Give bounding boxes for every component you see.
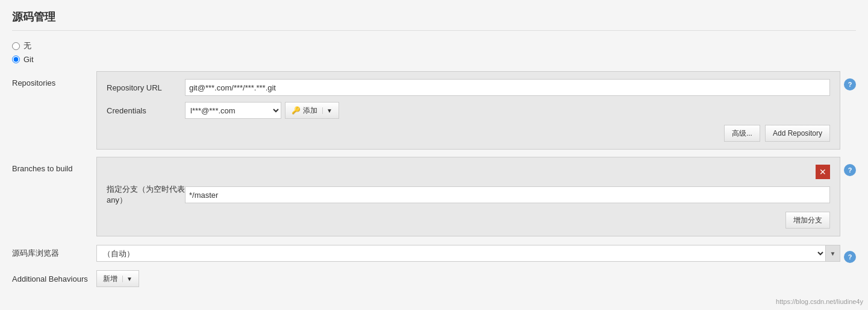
radio-none-label[interactable]: 无	[23, 40, 31, 51]
repositories-footer: 高级... Add Repository	[107, 125, 830, 142]
credentials-row: Credentials l***@***.com 🔑 添加 ▼	[107, 102, 830, 119]
add-button-label: 添加	[303, 106, 317, 116]
repo-url-input[interactable]	[185, 79, 830, 96]
additional-label: Additional Behaviours	[12, 274, 96, 283]
source-browser-help-icon[interactable]: ?	[844, 251, 856, 263]
branch-input-wrapper	[185, 186, 830, 203]
credentials-controls: l***@***.com 🔑 添加 ▼	[185, 102, 830, 119]
radio-group: 无 Git	[12, 40, 856, 64]
radio-none: 无	[12, 40, 856, 51]
add-branch-button[interactable]: 增加分支	[785, 212, 830, 229]
advanced-button[interactable]: 高级...	[724, 125, 760, 142]
source-browser-arrow-icon: ▼	[826, 245, 840, 262]
branches-content: ✕ 指定分支（为空时代表any） 增加分支	[96, 157, 840, 236]
radio-git-input[interactable]	[12, 55, 20, 63]
repo-url-row: Repository URL	[107, 79, 830, 96]
credentials-inputs: l***@***.com 🔑 添加 ▼	[185, 102, 830, 119]
branches-header: ✕	[107, 165, 830, 179]
additional-add-button[interactable]: 新增 ▼	[96, 270, 139, 287]
additional-arrow-icon: ▼	[122, 276, 133, 282]
source-browser-section: 源码库浏览器 （自动） ▼ ?	[12, 244, 856, 263]
add-repository-button[interactable]: Add Repository	[765, 125, 830, 142]
key-icon: 🔑	[292, 106, 301, 115]
additional-add-label: 新增	[103, 274, 117, 284]
branches-label: Branches to build	[12, 157, 96, 173]
remove-branch-button[interactable]: ✕	[816, 165, 830, 179]
add-credentials-button[interactable]: 🔑 添加 ▼	[285, 102, 339, 119]
repo-url-label: Repository URL	[107, 83, 185, 92]
credentials-select[interactable]: l***@***.com	[185, 102, 281, 119]
branch-specifier-label: 指定分支（为空时代表any）	[107, 184, 185, 206]
page-container: 源码管理 无 Git Repositories Repository URL C…	[0, 0, 868, 310]
branch-input[interactable]	[185, 186, 830, 203]
page-title: 源码管理	[12, 10, 856, 31]
branches-footer: 增加分支	[107, 212, 830, 229]
repo-url-input-wrapper	[185, 79, 830, 96]
repositories-section: Repositories Repository URL Credentials …	[12, 71, 856, 150]
branches-section: Branches to build ✕ 指定分支（为空时代表any） 增加分支 …	[12, 157, 856, 236]
radio-none-input[interactable]	[12, 42, 20, 50]
radio-git: Git	[12, 55, 856, 64]
radio-git-label[interactable]: Git	[23, 55, 34, 64]
branches-help-icon[interactable]: ?	[844, 164, 856, 176]
repositories-label: Repositories	[12, 71, 96, 87]
additional-section: Additional Behaviours 新增 ▼	[12, 270, 856, 287]
credentials-label: Credentials	[107, 106, 185, 115]
source-browser-content: （自动） ▼	[96, 245, 840, 262]
branch-row: 指定分支（为空时代表any）	[107, 184, 830, 206]
source-browser-select[interactable]: （自动）	[96, 245, 826, 262]
repositories-content: Repository URL Credentials l***@***.com …	[96, 71, 840, 150]
source-browser-label: 源码库浏览器	[12, 248, 96, 259]
watermark: https://blog.csdn.net/liudine4y	[776, 298, 863, 305]
add-arrow-icon: ▼	[322, 107, 333, 114]
repositories-help-icon[interactable]: ?	[844, 78, 856, 90]
